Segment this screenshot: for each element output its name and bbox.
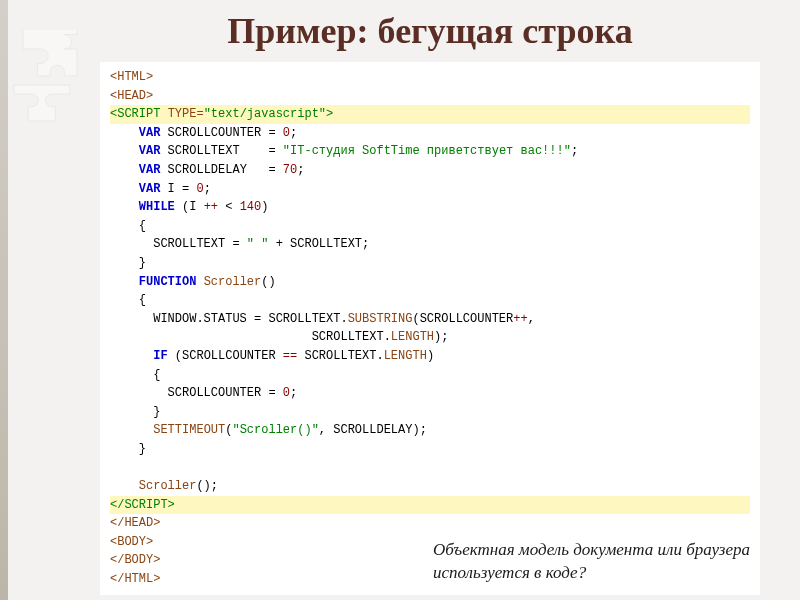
question-line-1: Объектная модель документа или браузера: [433, 540, 750, 559]
slide-title: Пример: бегущая строка: [100, 10, 760, 52]
code-example: <HTML><HEAD><SCRIPT TYPE="text/javascrip…: [100, 62, 760, 595]
question-text: Объектная модель документа или браузера …: [433, 539, 750, 585]
question-line-2: используется в коде?: [433, 563, 586, 582]
slide-content: Пример: бегущая строка <HTML><HEAD><SCRI…: [0, 0, 800, 600]
